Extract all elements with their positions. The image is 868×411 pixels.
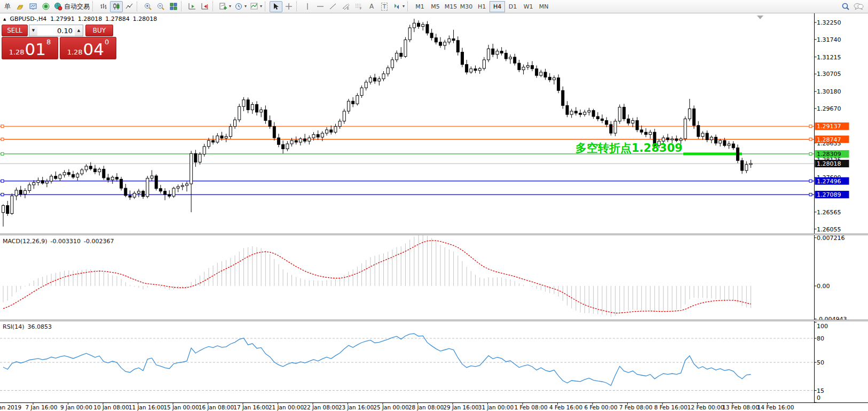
time-label: 13 Feb 08:00 — [722, 404, 759, 410]
line-handle[interactable] — [809, 193, 812, 196]
timeframe-d1[interactable]: D1 — [505, 1, 520, 12]
horizontal-line-object[interactable] — [0, 125, 815, 128]
horizontal-line-tool[interactable] — [314, 1, 327, 12]
time-label: 12 Feb 00:00 — [688, 404, 724, 410]
timeframe-h4[interactable]: H4 — [490, 1, 505, 12]
gold-symbol-icon[interactable] — [14, 1, 27, 12]
timeframe-m5[interactable]: M5 — [428, 1, 443, 12]
line-handle[interactable] — [809, 125, 812, 128]
line-handle[interactable] — [1, 152, 4, 155]
price-chart-surface[interactable]: 多空转折点1.283091.322501.317401.312151.30705… — [0, 13, 868, 234]
candlestick-icon — [112, 2, 121, 11]
rsi-line — [3, 334, 751, 385]
timeframe-mn[interactable]: MN — [536, 1, 551, 12]
new-order-label: 单 — [4, 2, 11, 11]
autotrading-toggle[interactable]: 自动交易 — [52, 1, 91, 12]
channel-tool[interactable]: E — [340, 1, 352, 12]
timeframe-m15[interactable]: M15 — [443, 1, 459, 12]
time-label: 25 Jan 00:00 — [373, 404, 408, 410]
macd-pane[interactable]: 0.0072160.00-0.004943 MACD(12,26,9) -0.0… — [0, 235, 868, 320]
trendline-tool[interactable] — [327, 1, 340, 12]
rsi-axis-label: 0 — [817, 394, 820, 401]
price-axis[interactable]: 1.322501.317401.312151.307051.301801.296… — [815, 19, 849, 233]
clock-icon — [234, 2, 243, 11]
line-handle[interactable] — [809, 152, 812, 155]
time-label: 23 Jan 16:00 — [338, 404, 374, 410]
line-handle[interactable] — [809, 138, 812, 141]
line-handle[interactable] — [1, 125, 4, 128]
chart-shift-button[interactable] — [199, 1, 211, 12]
macd-signal-line — [3, 241, 751, 313]
symbol-period-label: GBPUSD-,H4 — [10, 15, 46, 22]
zoom-out-button[interactable] — [154, 1, 167, 12]
fibonacci-icon: F — [354, 2, 363, 11]
search-icon[interactable] — [841, 2, 850, 11]
trend-segment[interactable] — [683, 152, 742, 155]
time-axis-surface: 4 Jan 20197 Jan 16:009 Jan 00:0010 Jan 0… — [0, 402, 868, 411]
time-label: 22 Jan 08:00 — [303, 404, 338, 410]
rsi-pane[interactable]: 1008050150 RSI(14) 36.0853 — [0, 321, 868, 402]
new-order-button[interactable]: 单 — [1, 1, 14, 12]
rsi-name: RSI(14) — [3, 323, 24, 330]
signal-button[interactable] — [40, 1, 52, 12]
trend-annotation[interactable]: 多空转折点1.28309 — [575, 142, 683, 154]
zoom-in-button[interactable] — [141, 1, 154, 12]
buy-button[interactable]: BUY — [85, 25, 113, 36]
cursor-arrow-icon — [272, 2, 280, 11]
volume-decrease-button[interactable]: ▼ — [29, 25, 37, 36]
timeframe-m1[interactable]: M1 — [412, 1, 428, 12]
new-chart-button[interactable]: ▾ — [217, 1, 233, 12]
collapse-panel-icon[interactable]: ▲ — [3, 17, 6, 21]
price-chart-pane[interactable]: 多空转折点1.283091.322501.317401.312151.30705… — [0, 13, 868, 234]
line-chart-mode-button[interactable] — [123, 1, 136, 12]
horizontal-line-object[interactable] — [0, 138, 815, 141]
line-handle[interactable] — [1, 193, 4, 196]
line-handle[interactable] — [809, 180, 812, 182]
new-chart-icon — [219, 2, 227, 11]
rsi-axis-label: 80 — [817, 335, 824, 342]
text-label-tool[interactable]: T — [378, 1, 391, 12]
arrows-tool[interactable]: ▾ — [391, 1, 406, 12]
vertical-line-icon — [303, 2, 312, 11]
sell-price-big: 01 — [25, 42, 46, 57]
tile-windows-icon — [169, 2, 178, 11]
chart-shift-marker[interactable] — [757, 15, 763, 19]
horizontal-line-icon — [316, 2, 325, 11]
buy-price-box[interactable]: 1.28 04 0 — [60, 37, 116, 59]
macd-signal-value: -0.002367 — [84, 238, 114, 245]
bar-chart-mode-button[interactable] — [97, 1, 110, 12]
fibonacci-tool[interactable]: F — [352, 1, 365, 12]
candlestick-mode-button[interactable] — [110, 1, 123, 12]
toolbar-separator — [137, 2, 140, 11]
volume-increase-button[interactable]: ▲ — [75, 25, 83, 36]
periods-button[interactable]: ▾ — [233, 1, 248, 12]
monitor-icon — [29, 2, 37, 11]
timeframe-m30[interactable]: M30 — [459, 1, 474, 12]
line-handle[interactable] — [1, 180, 4, 182]
cursor-tool-button[interactable] — [270, 1, 282, 12]
dropdown-caret-icon: ▾ — [403, 4, 405, 9]
spin-up-icon: ▲ — [77, 28, 80, 33]
sell-price-small: 1.28 — [9, 49, 25, 56]
sell-button[interactable]: SELL — [2, 25, 28, 36]
time-label: 17 Jan 16:00 — [233, 404, 269, 410]
indicators-button[interactable]: ▾ — [248, 1, 264, 12]
chat-bubbles-icon[interactable] — [853, 2, 864, 11]
horizontal-line-object[interactable] — [0, 193, 815, 196]
text-tool[interactable]: A — [365, 1, 378, 12]
market-watch-button[interactable] — [27, 1, 40, 12]
sell-button-label: SELL — [7, 27, 22, 34]
time-label: 16 Jan 08:00 — [199, 404, 234, 410]
vertical-line-tool[interactable] — [301, 1, 314, 12]
open-value: 1.27991 — [50, 15, 75, 22]
tile-windows-button[interactable] — [167, 1, 180, 12]
volume-input[interactable] — [37, 25, 75, 36]
timeframe-h1[interactable]: H1 — [474, 1, 490, 12]
crosshair-tool-button[interactable] — [282, 1, 295, 12]
text-tool-glyph: A — [369, 3, 374, 10]
line-handle[interactable] — [1, 138, 4, 141]
timeframe-w1[interactable]: W1 — [520, 1, 536, 12]
sell-price-box[interactable]: 1.28 01 8 — [2, 37, 58, 59]
time-axis[interactable]: 4 Jan 20197 Jan 16:009 Jan 00:0010 Jan 0… — [0, 402, 868, 411]
auto-scroll-button[interactable] — [186, 1, 199, 12]
